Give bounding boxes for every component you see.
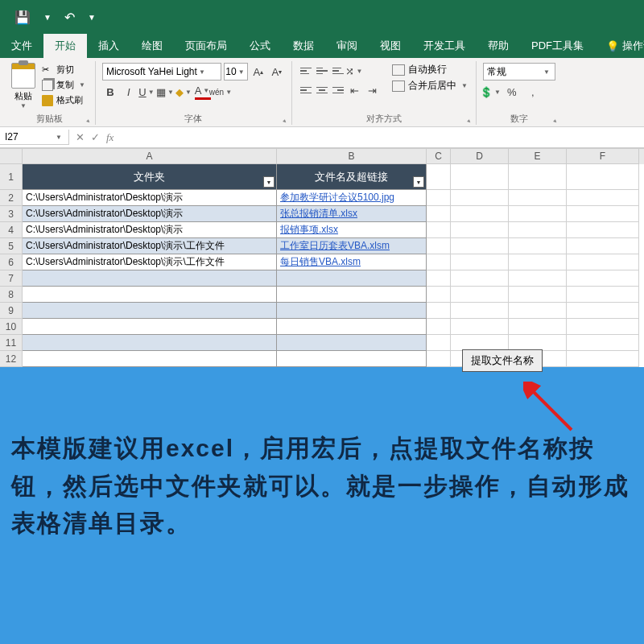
cell-filename[interactable] [277, 287, 427, 303]
tab-layout[interactable]: 页面布局 [174, 34, 238, 58]
cell[interactable] [427, 164, 451, 190]
cell[interactable] [509, 190, 567, 206]
file-link[interactable]: 工作室日历套表VBA.xlsm [280, 239, 390, 253]
italic-button[interactable]: I [121, 84, 137, 100]
cell[interactable] [451, 190, 509, 206]
cell[interactable] [427, 287, 451, 303]
cell-folder[interactable] [23, 351, 277, 367]
row-header[interactable]: 11 [0, 335, 23, 351]
file-link[interactable]: 报销事项.xlsx [280, 223, 338, 237]
tab-insert[interactable]: 插入 [87, 34, 130, 58]
cell[interactable] [509, 303, 567, 319]
cell[interactable] [427, 206, 451, 222]
row-header[interactable]: 8 [0, 287, 23, 303]
cell[interactable] [509, 238, 567, 254]
extract-filename-button[interactable]: 提取文件名称 [462, 349, 543, 372]
cell[interactable] [509, 254, 567, 270]
cell-folder[interactable] [23, 319, 277, 335]
enter-icon[interactable]: ✓ [91, 131, 100, 143]
tab-developer[interactable]: 开发工具 [412, 34, 477, 58]
cell[interactable] [567, 335, 639, 351]
align-left-icon[interactable] [299, 84, 313, 97]
cell[interactable] [427, 319, 451, 335]
col-header-B[interactable]: B [277, 149, 427, 164]
cell-filename[interactable]: 报销事项.xlsx [277, 222, 427, 238]
font-name-select[interactable]: Microsoft YaHei Light▼ [102, 63, 221, 80]
formula-input[interactable] [120, 130, 644, 145]
currency-button[interactable]: 💲▼ [483, 84, 499, 100]
cell[interactable] [509, 319, 567, 335]
align-center-icon[interactable] [315, 84, 329, 97]
orientation-button[interactable]: ⤮▼ [347, 63, 363, 79]
row-header[interactable]: 3 [0, 206, 23, 222]
cell[interactable] [451, 319, 509, 335]
align-middle-icon[interactable] [315, 64, 329, 77]
table-header-folder[interactable]: 文件夹▼ [23, 164, 277, 190]
bold-button[interactable]: B [102, 84, 118, 100]
cell-folder[interactable] [23, 335, 277, 351]
save-icon[interactable]: 💾 [8, 6, 37, 28]
row-header[interactable]: 2 [0, 190, 23, 206]
cell[interactable] [451, 270, 509, 287]
decrease-indent-icon[interactable]: ⇤ [347, 82, 363, 98]
cell[interactable] [567, 319, 639, 335]
tab-formulas[interactable]: 公式 [238, 34, 282, 58]
cell-filename[interactable]: 参加教学研讨会议5100.jpg [277, 190, 427, 206]
row-header[interactable]: 7 [0, 270, 23, 287]
cell-filename[interactable]: 工作室日历套表VBA.xlsm [277, 238, 427, 254]
wrap-text-button[interactable]: 自动换行 [392, 63, 469, 76]
cell[interactable] [567, 287, 639, 303]
tab-data[interactable]: 数据 [282, 34, 325, 58]
cell[interactable] [451, 222, 509, 238]
underline-button[interactable]: U▼ [139, 84, 155, 100]
qat-dropdown-icon[interactable]: ▼ [43, 13, 52, 22]
name-box[interactable]: I27▼ [0, 130, 69, 145]
cell[interactable] [509, 270, 567, 287]
cell[interactable] [509, 164, 567, 190]
cell[interactable] [451, 164, 509, 190]
align-top-icon[interactable] [299, 64, 313, 77]
cell-folder[interactable] [23, 303, 277, 319]
cell-filename[interactable] [277, 319, 427, 335]
cell[interactable] [509, 222, 567, 238]
cell[interactable] [427, 270, 451, 287]
undo-icon[interactable]: ↶ [58, 6, 81, 28]
cell-folder[interactable] [23, 287, 277, 303]
cell[interactable] [427, 190, 451, 206]
cell-folder[interactable]: C:\Users\Administrator\Desktop\演示\工作文件 [23, 254, 277, 270]
tab-file[interactable]: 文件 [0, 34, 43, 58]
merge-center-button[interactable]: 合并后居中▼ [392, 79, 469, 93]
cell[interactable] [567, 238, 639, 254]
cell-filename[interactable] [277, 270, 427, 287]
cell[interactable] [567, 222, 639, 238]
col-header-A[interactable]: A [23, 149, 277, 164]
cell[interactable] [567, 164, 639, 190]
col-header-C[interactable]: C [427, 149, 451, 164]
row-header[interactable]: 10 [0, 319, 23, 335]
row-header[interactable]: 6 [0, 254, 23, 270]
cell[interactable] [427, 351, 451, 367]
cell-filename[interactable]: 张总报销清单.xlsx [277, 206, 427, 222]
cell-folder[interactable]: C:\Users\Administrator\Desktop\演示 [23, 222, 277, 238]
number-format-select[interactable]: 常规▼ [483, 63, 555, 80]
increase-indent-icon[interactable]: ⇥ [365, 82, 381, 98]
cell[interactable] [451, 335, 509, 351]
cell[interactable] [427, 238, 451, 254]
cancel-icon[interactable]: ✕ [76, 131, 85, 143]
row-header[interactable]: 1 [0, 164, 23, 190]
font-size-select[interactable]: 10▼ [224, 63, 248, 80]
col-header-D[interactable]: D [451, 149, 509, 164]
tab-tell-me[interactable]: 💡操作说明 [595, 34, 644, 58]
cell[interactable] [451, 206, 509, 222]
cell[interactable] [567, 206, 639, 222]
cut-button[interactable]: ✂剪切 [40, 63, 89, 76]
paste-button[interactable]: 粘贴 ▼ [11, 63, 35, 109]
cell[interactable] [567, 190, 639, 206]
tab-view[interactable]: 视图 [369, 34, 412, 58]
cell-folder[interactable]: C:\Users\Administrator\Desktop\演示 [23, 190, 277, 206]
align-bottom-icon[interactable] [331, 64, 345, 77]
fx-icon[interactable]: fx [106, 131, 114, 144]
file-link[interactable]: 每日销售VBA.xlsm [280, 255, 361, 269]
col-header-E[interactable]: E [509, 149, 567, 164]
undo-dropdown-icon[interactable]: ▼ [88, 13, 96, 22]
